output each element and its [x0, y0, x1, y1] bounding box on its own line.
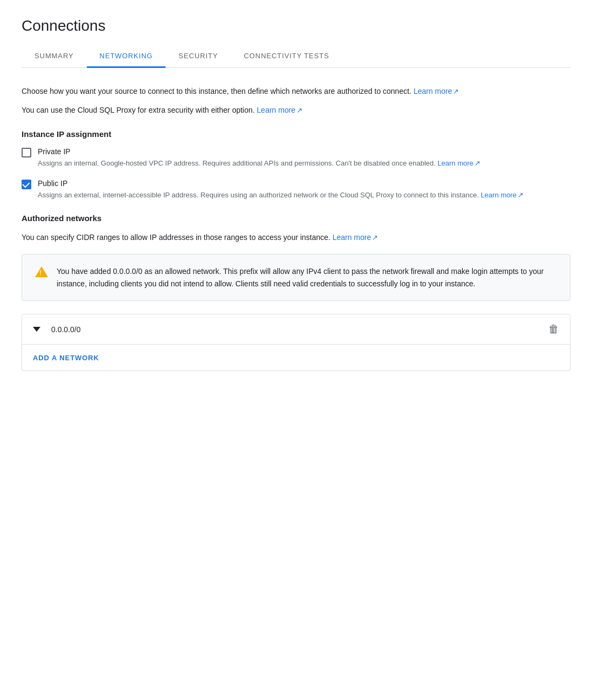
private-ip-checkbox[interactable] — [22, 148, 31, 157]
network-row: 0.0.0.0/0 🗑 — [22, 314, 570, 345]
public-ip-description: Assigns an external, internet-accessible… — [38, 190, 524, 201]
warning-box: You have added 0.0.0.0/0 as an allowed n… — [22, 254, 570, 301]
public-ip-learn-more[interactable]: Learn more↗ — [481, 191, 524, 199]
public-ip-row: Public IP Assigns an external, internet-… — [22, 179, 570, 201]
external-link-icon-3: ↗ — [474, 158, 480, 169]
authorized-networks-title: Authorized networks — [22, 214, 570, 223]
warning-text: You have added 0.0.0.0/0 as an allowed n… — [57, 265, 557, 290]
authorized-networks-desc: You can specify CIDR ranges to allow IP … — [22, 231, 570, 244]
tab-connectivity-tests[interactable]: CONNECTIVITY TESTS — [231, 45, 342, 68]
delete-icon[interactable]: 🗑 — [548, 323, 559, 335]
external-link-icon-4: ↗ — [518, 190, 524, 201]
network-card: 0.0.0.0/0 🗑 ADD A NETWORK — [22, 314, 570, 371]
authorized-networks-learn-more[interactable]: Learn more↗ — [333, 233, 378, 242]
learn-more-link-1[interactable]: Learn more↗ — [414, 87, 459, 95]
page-title: Connections — [22, 17, 570, 35]
tabs-bar: SUMMARY NETWORKING SECURITY CONNECTIVITY… — [22, 45, 570, 68]
add-network-row: ADD A NETWORK — [22, 345, 570, 370]
private-ip-label: Private IP — [38, 147, 480, 156]
private-ip-row: Private IP Assigns an internal, Google-h… — [22, 147, 570, 169]
learn-more-link-2[interactable]: Learn more↗ — [257, 106, 302, 114]
external-link-icon-5: ↗ — [372, 232, 378, 244]
ip-assignment-title: Instance IP assignment — [22, 129, 570, 139]
external-link-icon-1: ↗ — [453, 86, 459, 98]
tab-security[interactable]: SECURITY — [166, 45, 231, 68]
public-ip-label: Public IP — [38, 179, 524, 188]
external-link-icon-2: ↗ — [297, 105, 302, 116]
private-ip-description: Assigns an internal, Google-hosted VPC I… — [38, 158, 480, 169]
private-ip-learn-more[interactable]: Learn more↗ — [438, 159, 480, 167]
network-cidr: 0.0.0.0/0 — [51, 325, 548, 334]
tab-summary[interactable]: SUMMARY — [22, 45, 87, 68]
chevron-down-icon[interactable] — [33, 327, 40, 332]
tab-networking[interactable]: NETWORKING — [87, 45, 166, 68]
add-network-button[interactable]: ADD A NETWORK — [33, 354, 99, 362]
description-line1: Choose how you want your source to conne… — [22, 85, 570, 98]
description-line2: You can use the Cloud SQL Proxy for extr… — [22, 104, 570, 116]
warning-icon — [35, 266, 48, 279]
public-ip-checkbox[interactable] — [22, 180, 31, 189]
